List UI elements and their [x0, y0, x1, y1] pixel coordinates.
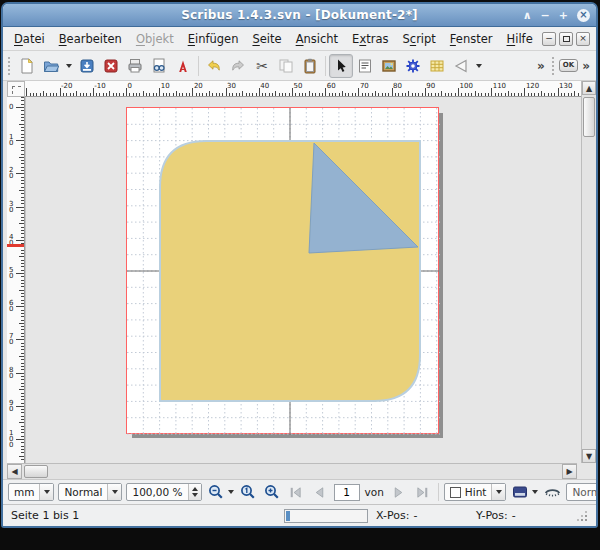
zoom-out-dropdown-caret[interactable]	[228, 490, 234, 494]
zoom-in-button[interactable]	[262, 482, 282, 502]
layer-select[interactable]: Hint	[444, 483, 507, 501]
unit-select[interactable]: mm	[8, 483, 54, 501]
last-page-icon	[415, 485, 430, 500]
scissors-icon: ✂	[256, 58, 268, 74]
toolbar-grip[interactable]	[552, 57, 556, 75]
toolbar-overflow-chevron[interactable]: »	[537, 59, 545, 73]
image-preview-quality-button[interactable]	[510, 482, 530, 502]
save-document-button[interactable]	[75, 54, 99, 78]
y-pos-value: -	[512, 509, 516, 522]
horizontal-ruler[interactable]: -20-100102030405060708090100110120130	[25, 81, 581, 97]
document-page[interactable]	[126, 107, 439, 434]
zoom-100-button[interactable]	[238, 482, 258, 502]
copy-button[interactable]	[274, 54, 298, 78]
zoom-out-button[interactable]	[206, 482, 226, 502]
menu-script[interactable]: Script	[395, 29, 442, 49]
menu-einfgen[interactable]: Einfügen	[181, 29, 246, 49]
resize-grip[interactable]	[576, 510, 588, 522]
horizontal-scroll-track[interactable]	[22, 464, 562, 479]
menu-extras[interactable]: Extras	[345, 29, 395, 49]
preview-mode-button[interactable]	[542, 482, 562, 502]
insert-text-frame-button[interactable]	[353, 54, 377, 78]
mdi-close-button[interactable]: ×	[576, 32, 590, 46]
menu-hilfe[interactable]: Hilfe	[500, 29, 540, 49]
zoom-spin-arrows[interactable]	[188, 484, 201, 500]
x-position-readout: X-Pos: -	[376, 509, 468, 522]
close-button[interactable]: ×	[577, 9, 590, 22]
scroll-left-arrow[interactable]: ◀	[7, 464, 22, 479]
scroll-right-arrow[interactable]: ▶	[562, 464, 577, 479]
open-document-button[interactable]	[39, 54, 63, 78]
insert-table-button[interactable]	[425, 54, 449, 78]
previous-page-button[interactable]	[310, 482, 330, 502]
menu-ansicht[interactable]: Ansicht	[289, 29, 345, 49]
ok-form-button[interactable]: OK	[559, 59, 578, 72]
vertical-scroll-thumb[interactable]	[583, 97, 595, 137]
shade-button[interactable]: ∧	[523, 10, 532, 21]
quality-dropdown[interactable]	[107, 484, 121, 500]
close-document-button[interactable]	[99, 54, 123, 78]
select-item-button[interactable]	[329, 54, 353, 78]
menu-objekt: Objekt	[129, 29, 181, 49]
print-button[interactable]	[123, 54, 147, 78]
toolbar-overflow-chevron-2[interactable]: »	[582, 59, 590, 73]
menu-fenster[interactable]: Fenster	[443, 29, 500, 49]
copy-icon	[278, 58, 294, 74]
menubar: DateiBearbeitenObjektEinfügenSeiteAnsich…	[3, 27, 596, 51]
first-page-button[interactable]	[286, 482, 306, 502]
insert-render-frame-button[interactable]	[401, 54, 425, 78]
scroll-down-arrow[interactable]: ▼	[582, 449, 596, 463]
paste-button[interactable]	[298, 54, 322, 78]
mdi-restore-button[interactable]	[559, 32, 573, 46]
document-canvas[interactable]	[25, 97, 581, 463]
pdf-icon	[175, 58, 191, 74]
first-page-icon	[288, 485, 303, 500]
unit-value: mm	[9, 486, 39, 498]
ruler-origin-box[interactable]	[7, 81, 25, 97]
vertical-ruler[interactable]: 01 02 03 04 05 06 07 08 09 01 0 0	[7, 97, 25, 463]
undo-button[interactable]	[202, 54, 226, 78]
vertical-scrollbar[interactable]: ▲ ▼	[581, 81, 596, 463]
export-pdf-button[interactable]	[171, 54, 195, 78]
preflight-verifier-button[interactable]	[147, 54, 171, 78]
maximize-button[interactable]: +	[559, 10, 568, 21]
open-folder-icon	[43, 58, 59, 74]
horizontal-scroll-thumb[interactable]	[24, 465, 48, 478]
page-number-input[interactable]	[334, 484, 360, 501]
rounded-square-shape[interactable]	[160, 141, 420, 401]
zoom-level-value: 100,00 %	[127, 486, 187, 498]
mdi-minimize-button[interactable]: −	[542, 32, 556, 46]
zoom-level-spinner[interactable]: 100,00 %	[126, 483, 201, 501]
titlebar[interactable]: Scribus 1.4.3.svn - [Dokument-2*] ∧ − + …	[3, 4, 596, 27]
shape-dropdown-caret[interactable]	[476, 64, 482, 68]
next-page-button[interactable]	[389, 482, 409, 502]
insert-shape-button[interactable]	[449, 54, 473, 78]
mdi-window-buttons: − ×	[542, 32, 590, 46]
eye-icon	[544, 484, 561, 501]
unit-dropdown[interactable]	[39, 484, 53, 500]
toolbar-grip[interactable]	[8, 57, 12, 75]
insert-image-frame-button[interactable]	[377, 54, 401, 78]
layer-dropdown[interactable]	[491, 484, 505, 500]
menu-bearbeiten[interactable]: Bearbeiten	[52, 29, 129, 49]
minimize-button[interactable]: −	[541, 10, 550, 21]
open-dropdown-caret[interactable]	[66, 64, 72, 68]
redo-button[interactable]	[226, 54, 250, 78]
scroll-up-arrow[interactable]: ▲	[582, 81, 596, 95]
menu-seite[interactable]: Seite	[245, 29, 288, 49]
main-toolbar: ✂	[3, 51, 596, 81]
zoom-100-icon	[240, 484, 256, 500]
statusbar: Seite 1 bis 1 X-Pos: - Y-Pos: -	[3, 504, 596, 526]
close-document-icon	[103, 58, 119, 74]
cut-button[interactable]: ✂	[250, 54, 274, 78]
quality-select[interactable]: Normal	[58, 483, 122, 501]
horizontal-scrollbar[interactable]: ◀ ▶	[7, 463, 577, 479]
image-preview-dropdown-caret[interactable]	[532, 490, 538, 494]
last-page-button[interactable]	[413, 482, 433, 502]
y-position-readout: Y-Pos: -	[476, 509, 568, 522]
toolbar-separator	[325, 56, 326, 76]
new-document-button[interactable]	[15, 54, 39, 78]
vision-select[interactable]: Normales Sehvermöge	[566, 483, 598, 501]
menu-datei[interactable]: Datei	[7, 29, 52, 49]
save-icon	[79, 58, 95, 74]
